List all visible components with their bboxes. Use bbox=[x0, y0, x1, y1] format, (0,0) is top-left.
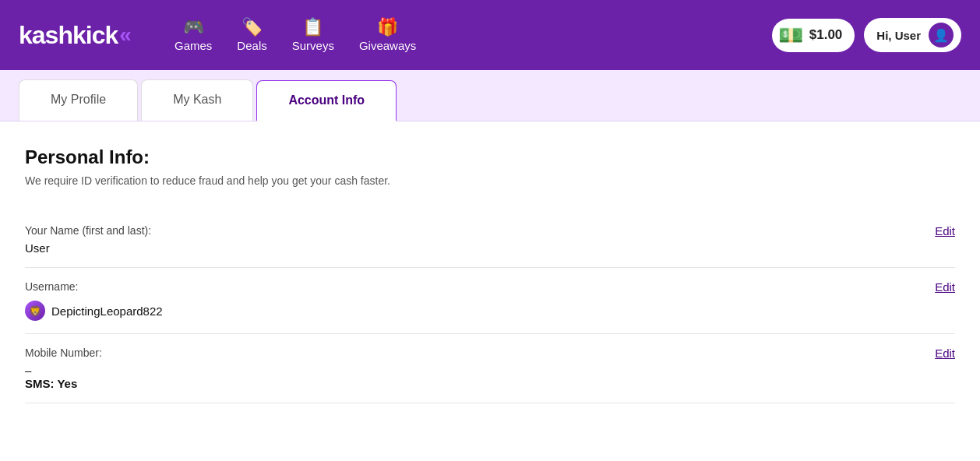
nav-item-games[interactable]: 🎮Games bbox=[174, 19, 212, 52]
sms-value: SMS: Yes bbox=[25, 377, 955, 390]
balance-pill[interactable]: 💵 $1.00 bbox=[772, 19, 855, 52]
user-avatar: 👤 bbox=[929, 23, 954, 48]
deals-label: Deals bbox=[237, 39, 266, 52]
user-pill[interactable]: Hi, User 👤 bbox=[864, 18, 961, 52]
logo-arrow-icon: « bbox=[119, 23, 131, 48]
field-name: Your Name (first and last): User Edit bbox=[25, 212, 955, 268]
tab-my-profile[interactable]: My Profile bbox=[19, 79, 138, 121]
deals-icon: 🏷️ bbox=[241, 19, 263, 36]
field-mobile-label: Mobile Number: bbox=[25, 347, 955, 359]
field-mobile: Mobile Number: – SMS: Yes Edit bbox=[25, 334, 955, 403]
field-username-label: Username: bbox=[25, 280, 955, 293]
field-username-value: DepictingLeopard822 bbox=[51, 304, 163, 318]
money-icon: 💵 bbox=[778, 23, 803, 48]
games-icon: 🎮 bbox=[183, 19, 204, 36]
section-desc: We require ID verification to reduce fra… bbox=[25, 174, 955, 187]
username-row: 🦁 DepictingLeopard822 bbox=[25, 301, 955, 321]
tabs-area: My Profile My Kash Account Info bbox=[0, 70, 980, 121]
giveaways-icon: 🎁 bbox=[377, 19, 398, 36]
nav-item-giveaways[interactable]: 🎁Giveaways bbox=[359, 19, 416, 52]
logo[interactable]: kashkick« bbox=[19, 21, 143, 50]
header-right: 💵 $1.00 Hi, User 👤 bbox=[772, 18, 961, 52]
user-greeting: Hi, User bbox=[876, 29, 921, 42]
edit-mobile-button[interactable]: Edit bbox=[935, 347, 955, 360]
field-name-label: Your Name (first and last): bbox=[25, 224, 955, 237]
username-icon: 🦁 bbox=[25, 301, 45, 321]
main-content: Personal Info: We require ID verificatio… bbox=[0, 121, 980, 461]
field-name-value: User bbox=[25, 241, 955, 255]
header: kashkick« 🎮Games🏷️Deals📋Surveys🎁Giveaway… bbox=[0, 0, 980, 70]
edit-username-button[interactable]: Edit bbox=[935, 280, 955, 294]
tab-my-kash[interactable]: My Kash bbox=[141, 79, 253, 121]
section-title: Personal Info: bbox=[25, 146, 955, 168]
tabs: My Profile My Kash Account Info bbox=[19, 70, 961, 121]
field-mobile-value: – bbox=[25, 364, 955, 377]
edit-name-button[interactable]: Edit bbox=[935, 224, 955, 238]
logo-text: kashkick bbox=[19, 21, 118, 50]
giveaways-label: Giveaways bbox=[359, 39, 416, 52]
nav-item-surveys[interactable]: 📋Surveys bbox=[292, 19, 334, 52]
nav-item-deals[interactable]: 🏷️Deals bbox=[237, 19, 266, 52]
games-label: Games bbox=[174, 39, 212, 52]
surveys-label: Surveys bbox=[292, 39, 334, 52]
surveys-icon: 📋 bbox=[302, 19, 323, 36]
field-username: Username: 🦁 DepictingLeopard822 Edit bbox=[25, 268, 955, 334]
balance-amount: $1.00 bbox=[809, 27, 843, 43]
main-nav: 🎮Games🏷️Deals📋Surveys🎁Giveaways bbox=[174, 19, 741, 52]
tab-account-info[interactable]: Account Info bbox=[256, 80, 397, 121]
